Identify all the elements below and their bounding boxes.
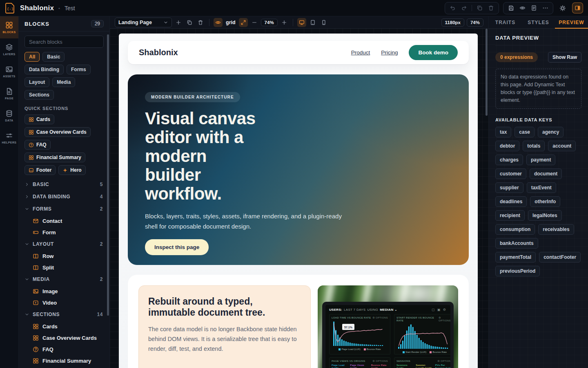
toggle-visibility-button[interactable] [214,18,223,27]
tab-preview[interactable]: PREVIEW [555,16,588,28]
rail-item-helpers[interactable]: HELPERS [0,127,18,149]
canvas-zoom-badge: 74% [467,18,483,27]
filter-chip[interactable]: Forms [67,65,91,74]
quick-section-chip[interactable]: Footer [24,165,56,175]
data-key-chip[interactable]: payment [526,155,555,165]
device-desktop-button[interactable] [297,18,306,27]
export-button[interactable] [529,4,539,13]
duplicate-page-button[interactable] [185,18,194,27]
block-item[interactable]: Cards [24,321,104,332]
block-item[interactable]: Video [24,297,104,308]
data-key-chip[interactable]: previousPeriod [495,266,540,276]
add-page-button[interactable] [174,18,183,27]
copy-button[interactable] [474,4,485,13]
data-key-chip[interactable]: otherInfo [530,196,560,207]
device-tablet-button[interactable] [308,18,317,27]
block-item[interactable]: Split [24,262,104,273]
delete-page-button[interactable] [196,18,205,27]
block-category-row[interactable]: LAYOUT2 [24,238,104,250]
redo-button[interactable] [459,4,469,13]
block-category-row[interactable]: MEDIA2 [24,273,104,285]
data-key-chip[interactable]: supplier [495,182,523,193]
data-key-chip[interactable]: customer [495,168,526,179]
block-item[interactable]: Form [24,227,104,238]
data-key-chip[interactable]: legalNotes [528,210,562,221]
block-item[interactable]: Case Overview Cards [24,332,104,343]
feature-section-block[interactable]: Rebuilt around a typed, immutable docume… [128,275,469,368]
quick-section-chip[interactable]: Financial Summary [24,153,85,162]
block-item[interactable]: Image [24,285,104,297]
quick-section-chip[interactable]: Case Overview Cards [24,127,91,137]
theme-toggle-button[interactable] [557,3,568,13]
undo-button[interactable] [448,4,458,13]
data-key-chip[interactable]: charges [495,155,523,165]
save-button[interactable] [506,4,516,13]
block-item[interactable]: Row [24,250,104,262]
zoom-level[interactable]: 74% [261,19,278,26]
delete-button[interactable] [486,4,496,13]
data-key-chip[interactable]: bankAccounts [495,238,538,249]
block-item[interactable]: Financial Summary [24,355,104,366]
data-key-chip[interactable]: receivables [538,224,574,235]
block-item-label: Contact [42,218,62,224]
data-key-chip[interactable]: consumption [495,224,535,235]
data-key-chip[interactable]: totals [523,141,545,151]
quick-section-chip[interactable]: Hero [58,165,85,175]
filter-chip[interactable]: Media [52,77,75,87]
book-demo-button[interactable]: Book demo [409,45,458,60]
block-category-row[interactable]: DATA BINDING4 [24,191,104,203]
data-key-chip[interactable]: document [530,168,562,179]
hero-block[interactable]: MODERN BUILDER ARCHITECTURE Visual canva… [128,74,469,265]
data-key-chip[interactable]: tax [495,127,511,137]
filter-chip[interactable]: Basic [42,52,65,62]
rendered-page[interactable]: Shablonix ProductPricing Book demo MODER… [119,34,478,368]
block-category-row[interactable]: FORMS2 [24,203,104,215]
tab-traits[interactable]: TRAITS [489,16,522,28]
blocks-count-badge: 29 [91,20,104,27]
tab-styles[interactable]: STYLES [522,16,555,28]
more-options-button[interactable] [540,4,550,13]
block-item[interactable]: FAQ [24,343,104,355]
data-key-chip[interactable]: deadlines [495,196,527,207]
preview-button[interactable] [517,4,528,13]
rail-item-assets[interactable]: ASSETS [0,61,18,83]
blocks-panel-scrollbar[interactable] [107,34,109,316]
filter-chip[interactable]: Layout [24,77,49,87]
block-category-row[interactable]: SECTIONS14 [24,308,104,321]
rail-item-data[interactable]: DATA [0,105,18,127]
data-key-chip[interactable]: debtor [495,141,519,151]
filter-chip[interactable]: Sections [24,90,54,100]
page-header-block[interactable]: Shablonix ProductPricing Book demo [128,41,469,64]
zoom-in-button[interactable] [280,18,289,27]
data-key-chip[interactable]: paymentTotal [495,252,536,263]
grid-toggle-label[interactable]: grid [226,20,236,25]
canvas-scrollbar[interactable] [486,29,488,116]
data-key-chip[interactable]: case [514,127,535,137]
data-key-chip[interactable]: agency [538,127,564,137]
quick-section-chip[interactable]: FAQ [24,140,51,150]
zoom-out-button[interactable] [250,18,259,27]
data-key-chip[interactable]: account [548,141,576,151]
search-blocks-input[interactable] [24,36,104,48]
data-key-chip[interactable]: taxEvent [527,182,556,193]
data-key-chip[interactable]: recipient [495,210,525,221]
rail-item-blocks[interactable]: BLOCKS [0,16,18,38]
block-category-row[interactable]: BASIC5 [24,178,104,191]
panel-toggle-button[interactable] [572,2,583,13]
page-select[interactable]: Landing Page [115,18,172,27]
rail-item-layers[interactable]: LAYERS [0,38,18,61]
canvas[interactable]: Shablonix ProductPricing Book demo MODER… [110,29,488,368]
filter-chip[interactable]: Data Binding [24,65,64,74]
show-raw-button[interactable]: Show Raw [548,52,581,63]
page-nav-link[interactable]: Product [351,49,370,56]
page-nav-link[interactable]: Pricing [381,49,398,56]
fit-canvas-button[interactable] [239,18,248,27]
quick-section-chip[interactable]: Cards [24,114,54,124]
device-mobile-button[interactable] [319,18,328,27]
data-key-chip[interactable]: contactFooter [539,252,581,263]
block-item[interactable]: Contact [24,215,104,227]
filter-chip[interactable]: All [24,52,40,62]
inspect-page-button[interactable]: Inspect this page [145,239,209,255]
rail-item-page[interactable]: PAGE [0,83,18,105]
block-item[interactable]: Footer [24,366,104,368]
